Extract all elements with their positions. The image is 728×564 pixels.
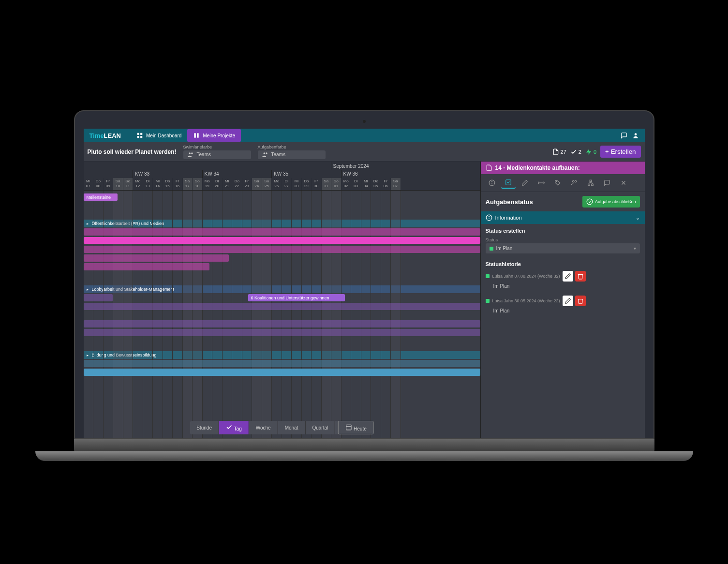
svg-point-7 <box>189 152 191 154</box>
user-icon[interactable] <box>632 132 639 139</box>
create-button[interactable]: +Erstellen <box>600 146 640 158</box>
edit-button[interactable] <box>563 271 573 282</box>
day-cell: Sa07 <box>391 178 401 190</box>
view-quarter[interactable]: Quartal <box>305 421 335 434</box>
gantt-chart[interactable]: September 2024 KW 33 KW 34 KW 35 KW 36 M… <box>84 162 480 438</box>
history-status: Im Plan <box>486 308 640 313</box>
create-status-title: Status erstellen <box>486 228 640 234</box>
svg-point-8 <box>191 152 193 154</box>
tab-link[interactable] <box>534 177 549 189</box>
app-logo: TimeLEAN <box>89 132 121 139</box>
svg-rect-12 <box>346 425 352 430</box>
svg-rect-17 <box>505 180 511 185</box>
chat-icon[interactable] <box>621 132 627 139</box>
tab-tag[interactable] <box>550 177 565 189</box>
view-hour[interactable]: Stunde <box>190 421 219 434</box>
tag-icon <box>554 179 561 186</box>
view-month[interactable]: Monat <box>278 421 306 434</box>
task-bar[interactable] <box>84 228 480 236</box>
tab-edit[interactable] <box>518 177 532 189</box>
task-coalition[interactable]: 6 Koalitionen und Unterstützer gewinnen <box>248 294 345 301</box>
day-cell: Mi07 <box>84 178 94 190</box>
status-dot-icon <box>486 299 490 303</box>
day-cell: Mo26 <box>272 178 282 190</box>
tab-status[interactable] <box>501 177 516 189</box>
day-cell: Di13 <box>143 178 153 190</box>
check-circle-icon <box>586 198 593 205</box>
day-cell: Fr09 <box>104 178 114 190</box>
task-bar[interactable] <box>84 263 209 270</box>
info-icon <box>486 214 492 221</box>
edit-button[interactable] <box>563 296 573 306</box>
stat-checks[interactable]: 2 <box>570 148 581 155</box>
group-milestones[interactable]: Meilensteine <box>84 193 118 201</box>
svg-rect-24 <box>591 184 593 186</box>
group-lobby[interactable]: Lobbyarbeit und Stakeholder-Management <box>84 285 480 293</box>
panel-header: 14 - Medienkontakte aufbauen: <box>481 162 645 174</box>
svg-point-20 <box>572 180 574 182</box>
nav-projects[interactable]: Meine Projekte <box>187 129 241 142</box>
task-bar[interactable] <box>84 237 480 244</box>
nav-dashboard[interactable]: Mein Dashboard <box>131 129 187 142</box>
pencil-icon <box>565 273 571 280</box>
view-day[interactable]: Tag <box>219 421 249 434</box>
info-icon <box>489 179 495 186</box>
toolbar: Pluto soll wieder Planet werden! Swimlan… <box>84 142 645 162</box>
day-cell: Di27 <box>282 178 292 190</box>
day-cell: Do05 <box>371 178 381 190</box>
status-select[interactable]: Im Plan <box>486 243 640 253</box>
svg-point-10 <box>266 152 267 154</box>
task-bar[interactable] <box>84 360 480 367</box>
info-accordion[interactable]: Information ⌄ <box>481 211 645 224</box>
task-bar[interactable] <box>84 369 480 376</box>
day-cell: Fr23 <box>242 178 253 190</box>
svg-rect-22 <box>590 180 592 182</box>
status-dot-icon <box>490 247 493 251</box>
complete-button[interactable]: Aufgabe abschließen <box>582 196 640 208</box>
day-cell: Sa17 <box>183 178 193 190</box>
taskcolor-select[interactable]: Teams <box>258 150 326 159</box>
task-bar[interactable] <box>84 329 480 336</box>
task-bar[interactable] <box>84 303 480 310</box>
svg-rect-1 <box>140 133 142 135</box>
delete-button[interactable] <box>575 296 586 306</box>
history-item: Luisa Jahn 07.08.2024 (Woche 32) Im Plan <box>486 271 640 289</box>
team-icon <box>187 151 194 158</box>
status-title: Aufgabenstatus <box>486 198 533 206</box>
day-cell: So25 <box>262 178 272 190</box>
view-selector: Stunde Tag Woche Monat Quartal Heute <box>190 421 373 434</box>
day-cell: Mo12 <box>133 178 143 190</box>
tab-info[interactable] <box>485 177 499 189</box>
svg-point-21 <box>575 180 577 182</box>
stat-files[interactable]: 27 <box>552 148 566 155</box>
tab-hierarchy[interactable] <box>583 177 598 189</box>
swimlane-select[interactable]: Teams <box>183 150 251 159</box>
day-cell: Do22 <box>232 178 242 190</box>
view-week[interactable]: Woche <box>249 421 278 434</box>
group-education[interactable]: Bildung und Bewusstseinsbildung <box>84 351 480 359</box>
tab-chat[interactable] <box>600 177 614 189</box>
task-bar[interactable] <box>84 246 480 253</box>
day-cell: Fr16 <box>173 178 183 190</box>
day-cell: Mi28 <box>292 178 302 190</box>
task-bar[interactable] <box>84 294 113 301</box>
delete-button[interactable] <box>575 271 586 282</box>
group-pr[interactable]: Öffentlichkeitsarbeit (PR) und Medien <box>84 220 480 227</box>
chat-icon <box>604 179 610 186</box>
svg-point-6 <box>634 133 637 135</box>
day-cell: Fr06 <box>381 178 391 190</box>
task-bar[interactable] <box>84 320 480 327</box>
stat-bolt[interactable]: 0 <box>585 148 596 155</box>
day-cell: Sa10 <box>113 178 123 190</box>
file-icon <box>486 164 492 171</box>
trash-icon <box>577 297 584 304</box>
task-bar[interactable] <box>84 254 229 262</box>
tab-team[interactable] <box>567 177 581 189</box>
view-today[interactable]: Heute <box>338 421 373 434</box>
svg-rect-2 <box>137 136 139 138</box>
day-cell: Mi21 <box>223 178 233 190</box>
chevron-down-icon: ⌄ <box>636 215 640 221</box>
tab-close[interactable] <box>616 177 631 189</box>
day-cell: So18 <box>193 178 203 190</box>
day-cell: Di03 <box>351 178 361 190</box>
